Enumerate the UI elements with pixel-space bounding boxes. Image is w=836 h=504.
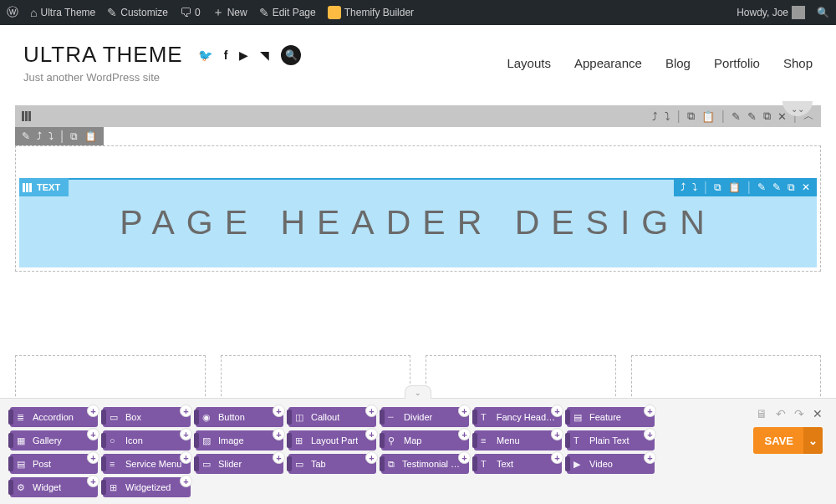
module-grid-icon[interactable] xyxy=(23,183,32,192)
panel-close-icon[interactable]: ✕ xyxy=(813,407,823,420)
twitter-icon[interactable]: 🐦 xyxy=(198,48,212,62)
module-label: Map xyxy=(404,435,421,445)
text-module[interactable]: TEXT ⤴ ⤵ | ⧉ 📋 | ✎ ✎ ⧉ ✕ PAGE HEADER DES… xyxy=(19,178,817,267)
module-service-menu[interactable]: ≡Service Menu xyxy=(103,454,191,474)
wp-themify[interactable]: Themify Builder xyxy=(328,6,414,19)
mod-duplicate-icon[interactable]: ⧉ xyxy=(788,181,795,193)
module-callout[interactable]: ◫Callout xyxy=(288,407,376,427)
save-dropdown-icon[interactable]: ⌄ xyxy=(803,427,823,454)
module-icon[interactable]: ○Icon xyxy=(103,430,191,451)
module-tab[interactable]: ▭Tab xyxy=(288,454,376,474)
module-map[interactable]: ⚲Map xyxy=(381,430,469,451)
nav-shop[interactable]: Shop xyxy=(783,56,813,70)
module-icon: ▭ xyxy=(295,459,307,470)
module-label: Plain Text xyxy=(589,435,630,445)
mod-close-icon[interactable]: ✕ xyxy=(802,181,810,193)
module-feature[interactable]: ▤Feature xyxy=(567,407,655,427)
module-label: Box xyxy=(125,412,141,422)
module-menu[interactable]: ≡Menu xyxy=(474,430,562,451)
module-widgetized[interactable]: ⊞Widgetized xyxy=(103,477,191,497)
copy-icon[interactable]: ⧉ xyxy=(687,109,695,123)
mod-copy-icon[interactable]: ⧉ xyxy=(714,181,721,193)
panel-collapse-toggle[interactable]: ⌄ xyxy=(405,385,431,399)
module-icon: ≣ xyxy=(17,412,28,423)
nav-blog[interactable]: Blog xyxy=(665,56,691,70)
facebook-icon[interactable]: f xyxy=(224,48,228,62)
duplicate-icon[interactable]: ⧉ xyxy=(763,109,771,123)
rss-icon[interactable]: ◥ xyxy=(260,48,269,62)
module-icon: ◉ xyxy=(202,412,214,423)
module-label: Testimonial Slider xyxy=(402,459,464,469)
grid-icon[interactable] xyxy=(22,111,31,121)
module-icon: ▭ xyxy=(202,459,214,470)
module-icon: ⊞ xyxy=(110,482,121,493)
module-layout-part[interactable]: ⊞Layout Part xyxy=(288,430,376,451)
import-icon[interactable]: ⤵ xyxy=(665,110,670,123)
youtube-icon[interactable]: ▶ xyxy=(239,48,248,62)
module-label: Icon xyxy=(125,435,143,445)
module-icon: ◫ xyxy=(295,412,307,423)
site-title[interactable]: ULTRA THEME xyxy=(23,42,183,68)
mod-edit-icon[interactable]: ✎ xyxy=(757,181,766,193)
sub-edit-icon[interactable]: ✎ xyxy=(22,130,30,142)
wp-search-icon[interactable]: 🔍 xyxy=(817,7,829,18)
module-button[interactable]: ◉Button xyxy=(196,407,283,427)
module-icon: ≡ xyxy=(481,435,492,445)
module-icon: ⊞ xyxy=(295,435,307,446)
close-icon[interactable]: ✕ xyxy=(777,110,787,123)
module-plain-text[interactable]: TPlain Text xyxy=(567,430,655,451)
style-icon[interactable]: ✎ xyxy=(747,110,757,123)
module-post[interactable]: ▤Post xyxy=(10,454,98,474)
nav-layouts[interactable]: Layouts xyxy=(507,56,551,70)
module-video[interactable]: ▶Video xyxy=(567,454,655,474)
paste-icon[interactable]: 📋 xyxy=(701,110,715,123)
module-box[interactable]: ▭Box xyxy=(103,407,191,427)
sub-export-icon[interactable]: ⤴ xyxy=(37,130,42,142)
module-widget[interactable]: ⚙Widget xyxy=(10,477,98,497)
module-image[interactable]: ▨Image xyxy=(196,430,283,451)
module-icon: ≡ xyxy=(110,459,121,469)
module-icon: ┈ xyxy=(388,412,400,423)
module-text[interactable]: TText xyxy=(474,454,562,474)
content-area: TEXT ⤴ ⤵ | ⧉ 📋 | ✎ ✎ ⧉ ✕ PAGE HEADER DES… xyxy=(15,145,821,272)
wp-logo[interactable]: ⓦ xyxy=(7,5,18,20)
module-label: Slider xyxy=(218,459,242,469)
sub-copy-icon[interactable]: ⧉ xyxy=(70,130,78,142)
module-fancy-heading[interactable]: TFancy Heading xyxy=(474,407,562,427)
module-label: Fancy Heading xyxy=(497,412,557,422)
redo-icon[interactable]: ↷ xyxy=(794,407,804,420)
module-testimonial-slider[interactable]: ⧉Testimonial Slider xyxy=(381,454,469,474)
wp-user[interactable]: Howdy, Joe xyxy=(737,6,805,19)
mod-style-icon[interactable]: ✎ xyxy=(772,181,781,193)
undo-icon[interactable]: ↶ xyxy=(776,407,786,420)
module-label: Menu xyxy=(497,435,520,445)
mod-export-icon[interactable]: ⤴ xyxy=(681,181,686,193)
module-divider[interactable]: ┈Divider xyxy=(381,407,469,427)
module-slider[interactable]: ▭Slider xyxy=(196,454,283,474)
edit-icon[interactable]: ✎ xyxy=(732,110,741,123)
nav-portfolio[interactable]: Portfolio xyxy=(714,56,760,70)
module-icon: ▦ xyxy=(17,435,28,446)
module-accordion[interactable]: ≣Accordion xyxy=(10,407,98,427)
module-icon: ▤ xyxy=(17,459,28,470)
module-label: Text xyxy=(497,459,513,469)
save-button[interactable]: SAVE ⌄ xyxy=(753,427,823,454)
wp-site[interactable]: ⌂Ultra Theme xyxy=(30,6,95,19)
wp-comments[interactable]: 🗨0 xyxy=(180,6,201,19)
wp-edit-page[interactable]: ✎Edit Page xyxy=(259,6,316,19)
wp-customize[interactable]: ✎Customize xyxy=(107,6,168,19)
nav-appearance[interactable]: Appearance xyxy=(574,56,642,70)
module-label: Image xyxy=(218,435,244,445)
search-button[interactable]: 🔍 xyxy=(281,45,301,65)
mod-paste-icon[interactable]: 📋 xyxy=(728,181,741,193)
sub-toolbar: ✎ ⤴ ⤵ | ⧉ 📋 xyxy=(15,127,104,145)
sub-paste-icon[interactable]: 📋 xyxy=(84,130,97,142)
desktop-view-icon[interactable]: 🖥 xyxy=(756,407,767,420)
page-header-text[interactable]: PAGE HEADER DESIGN xyxy=(28,203,808,242)
module-type-label: TEXT xyxy=(37,182,64,192)
sub-import-icon[interactable]: ⤵ xyxy=(48,130,54,142)
wp-new[interactable]: ＋New xyxy=(212,5,247,20)
export-icon[interactable]: ⤴ xyxy=(652,110,658,123)
mod-import-icon[interactable]: ⤵ xyxy=(692,181,697,193)
module-gallery[interactable]: ▦Gallery xyxy=(10,430,98,451)
